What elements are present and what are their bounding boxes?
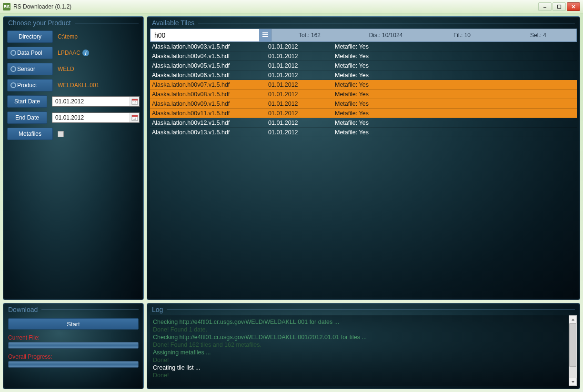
stat-total: Tot.: 162 xyxy=(271,29,348,41)
svg-marker-14 xyxy=(572,381,574,383)
startdate-button[interactable]: Start Date xyxy=(7,95,47,108)
scroll-up-button[interactable] xyxy=(569,315,577,323)
log-line: Checking http://e4ftl01.cr.usgs.gov/WELD… xyxy=(153,318,574,326)
stat-filtered: Fil.: 10 xyxy=(424,29,500,41)
log-line: Done! xyxy=(153,356,574,364)
tile-metafile: Metafile: Yes xyxy=(335,110,577,117)
log-scrollbar[interactable] xyxy=(569,315,577,386)
stat-selected: Sel.: 4 xyxy=(500,29,576,41)
tile-metafile: Metafile: Yes xyxy=(335,101,577,107)
radio-icon xyxy=(10,50,16,56)
tile-row[interactable]: Alaska.latlon.h00v04.v1.5.hdf01.01.2012M… xyxy=(150,51,577,61)
stat-displayed: Dis.: 10/1024 xyxy=(348,29,424,41)
scroll-down-button[interactable] xyxy=(569,378,577,386)
log-line: Done! Found 162 tiles and 162 metafiles. xyxy=(153,341,574,349)
minimize-button[interactable] xyxy=(538,2,552,11)
tile-row[interactable]: Alaska.latlon.h00v12.v1.5.hdf01.01.2012M… xyxy=(150,118,577,128)
tile-date: 01.01.2012 xyxy=(268,120,335,126)
enddate-button[interactable]: End Date xyxy=(7,111,47,124)
tiles-header: Tot.: 162 Dis.: 10/1024 Fil.: 10 Sel.: 4 xyxy=(150,29,577,42)
svg-rect-8 xyxy=(132,115,138,117)
radio-icon xyxy=(10,82,16,88)
product-value: WELDAKLL.001 xyxy=(58,82,99,89)
svg-text:15: 15 xyxy=(133,117,136,120)
directory-button[interactable]: Directory xyxy=(7,30,53,43)
start-button[interactable]: Start xyxy=(8,318,139,330)
list-icon xyxy=(261,31,269,39)
tile-name: Alaska.latlon.h00v04.v1.5.hdf xyxy=(150,53,268,60)
svg-marker-13 xyxy=(572,319,574,321)
tile-row[interactable]: Alaska.latlon.h00v09.v1.5.hdf01.01.2012M… xyxy=(150,99,577,109)
close-button[interactable] xyxy=(567,2,580,11)
tile-metafile: Metafile: Yes xyxy=(335,43,577,50)
scroll-thumb[interactable] xyxy=(569,323,576,367)
tile-row[interactable]: Alaska.latlon.h00v11.v1.5.hdf01.01.2012M… xyxy=(150,109,577,118)
tile-metafile: Metafile: Yes xyxy=(335,91,577,98)
log-line: Done! Found 1 date. xyxy=(153,326,574,333)
tile-name: Alaska.latlon.h00v07.v1.5.hdf xyxy=(150,81,268,88)
calendar-icon[interactable]: 15 xyxy=(130,97,139,106)
app-icon: RS xyxy=(3,3,10,10)
log-body[interactable]: Checking http://e4ftl01.cr.usgs.gov/WELD… xyxy=(150,315,577,386)
tile-name: Alaska.latlon.h00v08.v1.5.hdf xyxy=(150,91,268,98)
tile-metafile: Metafile: Yes xyxy=(335,129,577,136)
metafiles-button[interactable]: Metafiles xyxy=(7,128,53,140)
tiles-filter-input[interactable] xyxy=(151,29,259,41)
log-title: Log xyxy=(152,306,163,313)
tile-date: 01.01.2012 xyxy=(268,110,335,117)
svg-rect-1 xyxy=(558,5,561,8)
sensor-value: WELD xyxy=(58,66,74,72)
datapool-value: LPDAACi xyxy=(58,50,89,56)
enddate-input[interactable] xyxy=(52,114,130,121)
tile-name: Alaska.latlon.h00v06.v1.5.hdf xyxy=(150,72,268,79)
log-line: Checking http://e4ftl01.cr.usgs.gov/WELD… xyxy=(153,333,574,341)
list-mode-button[interactable] xyxy=(259,29,271,41)
tile-date: 01.01.2012 xyxy=(268,62,335,69)
available-tiles-title: Available Tiles xyxy=(152,19,194,27)
tile-metafile: Metafile: Yes xyxy=(335,120,577,126)
tile-date: 01.01.2012 xyxy=(268,43,335,50)
svg-rect-5 xyxy=(132,99,138,101)
datapool-button[interactable]: Data Pool xyxy=(7,47,53,59)
startdate-input[interactable] xyxy=(52,98,130,105)
tiles-list[interactable]: Alaska.latlon.h00v03.v1.5.hdf01.01.2012M… xyxy=(150,42,577,297)
tile-row[interactable]: Alaska.latlon.h00v13.v1.5.hdf01.01.2012M… xyxy=(150,128,577,137)
choose-product-title: Choose your Product xyxy=(8,19,71,27)
tile-metafile: Metafile: Yes xyxy=(335,81,577,88)
tile-date: 01.01.2012 xyxy=(268,91,335,98)
tile-name: Alaska.latlon.h00v11.v1.5.hdf xyxy=(150,110,268,117)
tile-date: 01.01.2012 xyxy=(268,72,335,79)
tile-row[interactable]: Alaska.latlon.h00v06.v1.5.hdf01.01.2012M… xyxy=(150,70,577,80)
log-line: Done! xyxy=(153,372,574,379)
overall-progress-label: Overall Progress: xyxy=(8,353,139,360)
choose-product-panel: Choose your Product Directory C:\temp Da… xyxy=(3,16,144,300)
log-panel: Log Checking http://e4ftl01.cr.usgs.gov/… xyxy=(147,303,580,389)
product-button[interactable]: Product xyxy=(7,79,53,91)
overall-progress xyxy=(8,361,139,368)
svg-text:15: 15 xyxy=(133,101,136,104)
tile-row[interactable]: Alaska.latlon.h00v07.v1.5.hdf01.01.2012M… xyxy=(150,80,577,90)
tile-row[interactable]: Alaska.latlon.h00v05.v1.5.hdf01.01.2012M… xyxy=(150,61,577,70)
tile-name: Alaska.latlon.h00v13.v1.5.hdf xyxy=(150,129,268,136)
calendar-icon[interactable]: 15 xyxy=(130,113,139,122)
current-file-label: Current File: xyxy=(8,334,139,341)
radio-icon xyxy=(10,66,16,72)
directory-value: C:\temp xyxy=(58,33,78,40)
metafiles-checkbox[interactable] xyxy=(58,131,64,137)
tile-metafile: Metafile: Yes xyxy=(335,62,577,69)
titlebar[interactable]: RS RS Downloader (0.1.2) xyxy=(0,0,583,13)
sensor-button[interactable]: Sensor xyxy=(7,63,53,75)
tile-name: Alaska.latlon.h00v03.v1.5.hdf xyxy=(150,43,268,50)
tile-name: Alaska.latlon.h00v05.v1.5.hdf xyxy=(150,62,268,69)
info-icon[interactable]: i xyxy=(82,50,89,56)
tile-metafile: Metafile: Yes xyxy=(335,72,577,79)
download-title: Download xyxy=(8,306,38,313)
tile-metafile: Metafile: Yes xyxy=(335,53,577,60)
tile-name: Alaska.latlon.h00v12.v1.5.hdf xyxy=(150,120,268,126)
available-tiles-panel: Available Tiles Tot.: 162 Dis.: 10/1024 … xyxy=(147,16,580,300)
tile-name: Alaska.latlon.h00v09.v1.5.hdf xyxy=(150,101,268,107)
maximize-button[interactable] xyxy=(553,2,566,11)
tile-row[interactable]: Alaska.latlon.h00v08.v1.5.hdf01.01.2012M… xyxy=(150,90,577,99)
tile-row[interactable]: Alaska.latlon.h00v03.v1.5.hdf01.01.2012M… xyxy=(150,42,577,51)
window-title: RS Downloader (0.1.2) xyxy=(13,3,71,10)
